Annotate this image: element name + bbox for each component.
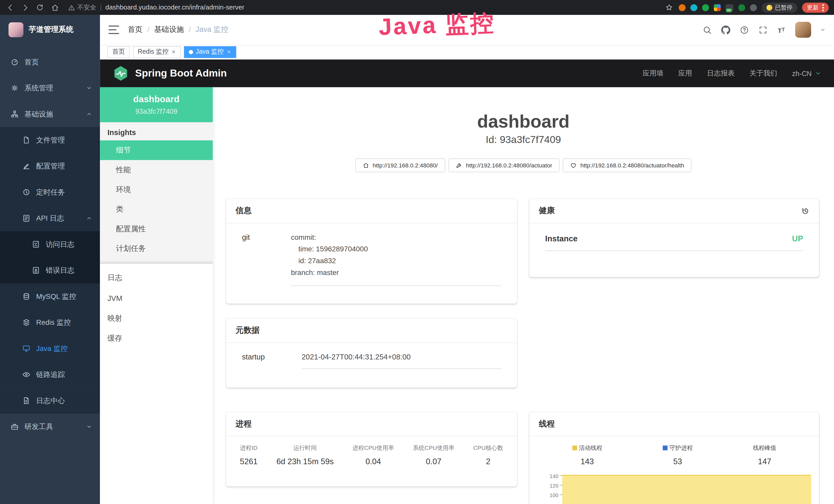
help-icon[interactable] <box>739 25 749 35</box>
sidebar-item-label: 定时任务 <box>36 187 65 197</box>
sidebar-item-dev-tools[interactable]: 研发工具 <box>0 414 100 439</box>
extension-icon[interactable] <box>702 4 709 11</box>
sidebar-item-infra[interactable]: 基础设施 <box>0 101 100 127</box>
sidebar-item-label: 配置管理 <box>36 161 65 171</box>
avatar[interactable] <box>795 22 811 38</box>
access-log-icon <box>32 240 40 248</box>
close-icon[interactable] <box>171 49 176 54</box>
stat-value: 6d 23h 15m 59s <box>277 457 334 466</box>
edit-icon <box>22 162 30 170</box>
sidebar-item-config-manage[interactable]: 配置管理 <box>0 153 100 179</box>
sba-menu-caches[interactable]: 缓存 <box>100 329 213 349</box>
sidebar-item-file-manage[interactable]: 文件管理 <box>0 127 100 153</box>
breadcrumb-item[interactable]: 基础设施 <box>154 25 184 35</box>
sba-menu-config-props[interactable]: 配置属性 <box>100 219 213 239</box>
sba-menu-performance[interactable]: 性能 <box>100 160 213 180</box>
legend-swatch-yellow <box>572 445 577 450</box>
sidebar-item-error-log[interactable]: 错误日志 <box>0 257 100 283</box>
tab-java-monitor[interactable]: Java 监控 <box>184 46 236 58</box>
history-icon[interactable] <box>801 207 810 215</box>
search-icon[interactable] <box>702 25 711 35</box>
locale-label: zh-CN <box>792 69 812 77</box>
tab-home[interactable]: 首页 <box>107 46 130 58</box>
info-row-value: commit: time: 1596289704000 id: 27aa832 … <box>291 232 501 286</box>
caret-down-icon[interactable] <box>820 27 826 32</box>
update-button[interactable]: 更新 <box>802 2 829 12</box>
tab-redis-monitor[interactable]: Redis 监控 <box>133 46 181 58</box>
actuator-url-button[interactable]: http://192.168.0.2:48080/actuator <box>448 158 560 172</box>
fullscreen-icon[interactable] <box>758 25 767 35</box>
close-icon[interactable] <box>226 49 232 54</box>
sba-nav-applications[interactable]: 应用 <box>678 69 692 78</box>
app-logo <box>8 22 23 37</box>
y-tick-label: 100 <box>550 492 559 498</box>
paused-badge[interactable]: 已暂停 <box>762 2 797 12</box>
home-icon <box>363 162 369 169</box>
sba-menu-classes[interactable]: 类 <box>100 200 213 219</box>
extension-icon[interactable] <box>690 4 697 11</box>
sidebar-menu: 首页 系统管理 基础设施 文件管理 配置管理 <box>0 45 100 440</box>
extension-on-icon[interactable] <box>726 4 733 11</box>
sba-menu-environment[interactable]: 环境 <box>100 180 213 200</box>
sba-nav-about[interactable]: 关于我们 <box>749 69 777 78</box>
sidebar-item-mysql-monitor[interactable]: MySQL 监控 <box>0 283 100 310</box>
extension-icon[interactable] <box>738 4 745 11</box>
sba-nav-wallboard[interactable]: 应用墙 <box>643 69 663 78</box>
security-warning-label: 不安全 <box>77 3 96 12</box>
sidebar-item-log-center[interactable]: 日志中心 <box>0 388 100 414</box>
sba-nav-links: 应用墙 应用 日志报表 关于我们 zh-CN <box>643 69 821 78</box>
gear-icon <box>10 84 19 92</box>
sidebar-item-tracing[interactable]: 链路追踪 <box>0 362 100 387</box>
y-tick-label: 140 <box>550 473 559 479</box>
sidebar-item-redis-monitor[interactable]: Redis 监控 <box>0 310 100 335</box>
sidebar-item-api-log[interactable]: API 日志 <box>0 205 100 231</box>
sba-brand-title: Spring Boot Admin <box>135 68 227 79</box>
sba-nav-journal[interactable]: 日志报表 <box>707 69 734 78</box>
url-text[interactable]: dashboard.yudao.iocoder.cn/infra/admin-s… <box>105 4 244 11</box>
back-icon[interactable] <box>5 3 15 12</box>
home-icon[interactable] <box>50 3 60 12</box>
sidebar-item-scheduled-jobs[interactable]: 定时任务 <box>0 179 100 205</box>
security-warning[interactable]: 不安全 <box>68 3 96 12</box>
health-instance-row[interactable]: Instance UP <box>545 234 803 251</box>
extension-icon[interactable] <box>679 4 685 11</box>
instance-links: http://192.168.0.2:48080/ http://192.168… <box>213 158 834 172</box>
warning-triangle-icon <box>68 4 75 11</box>
instance-header[interactable]: dashboard 93a3fc7f7409 <box>100 87 213 122</box>
extension-icon[interactable] <box>714 4 721 11</box>
sidebar-item-access-log[interactable]: 访问日志 <box>0 231 100 257</box>
address-bar[interactable]: 不安全 | dashboard.yudao.iocoder.cn/infra/a… <box>65 3 659 12</box>
sba-menu-jvm[interactable]: JVM <box>100 288 213 308</box>
address-divider: | <box>100 4 102 11</box>
sidebar-toggle-icon[interactable] <box>108 25 119 34</box>
service-url-button[interactable]: http://192.168.0.2:48080/ <box>355 158 445 172</box>
forward-icon[interactable] <box>20 3 30 12</box>
sba-menu-details[interactable]: 细节 <box>100 140 213 160</box>
legend-peak-threads: 线程峰值 147 <box>753 444 776 466</box>
app-logo-bar[interactable]: 芋道管理系统 <box>0 15 100 45</box>
eye-icon <box>22 370 30 379</box>
sba-brand[interactable]: Spring Boot Admin <box>113 66 227 82</box>
reload-icon[interactable] <box>35 3 45 12</box>
sba-menu-logs[interactable]: 日志 <box>100 268 213 288</box>
bookmark-star-icon[interactable] <box>664 3 674 12</box>
app-header: 首页 / 基础设施 / Java 监控 тT <box>100 15 834 45</box>
sidebar-item-java-monitor[interactable]: Java 监控 <box>0 336 100 362</box>
font-size-icon[interactable]: тT <box>776 25 786 35</box>
github-icon[interactable] <box>721 25 730 35</box>
health-url-button[interactable]: http://192.168.0.2:48080/actuator/health <box>563 158 692 172</box>
locale-select[interactable]: zh-CN <box>792 69 821 77</box>
instance-id: 93a3fc7f7409 <box>104 107 208 115</box>
info-card-header: 信息 <box>226 199 517 223</box>
breadcrumb-item[interactable]: 首页 <box>128 25 142 35</box>
stat-uptime: 运行时间 6d 23h 15m 59s <box>277 444 334 466</box>
clock-icon <box>22 188 30 196</box>
sidebar-item-home[interactable]: 首页 <box>0 49 100 75</box>
app-sidebar: 芋道管理系统 首页 系统管理 基础设施 <box>0 15 100 504</box>
sidebar-item-system[interactable]: 系统管理 <box>0 75 100 101</box>
browser-menu-icon[interactable] <box>822 4 824 11</box>
sba-menu-scheduled-tasks[interactable]: 计划任务 <box>100 239 213 258</box>
threads-card-title: 线程 <box>539 419 555 429</box>
extension-puzzle-icon[interactable] <box>750 4 757 11</box>
sba-menu-mappings[interactable]: 映射 <box>100 308 213 329</box>
